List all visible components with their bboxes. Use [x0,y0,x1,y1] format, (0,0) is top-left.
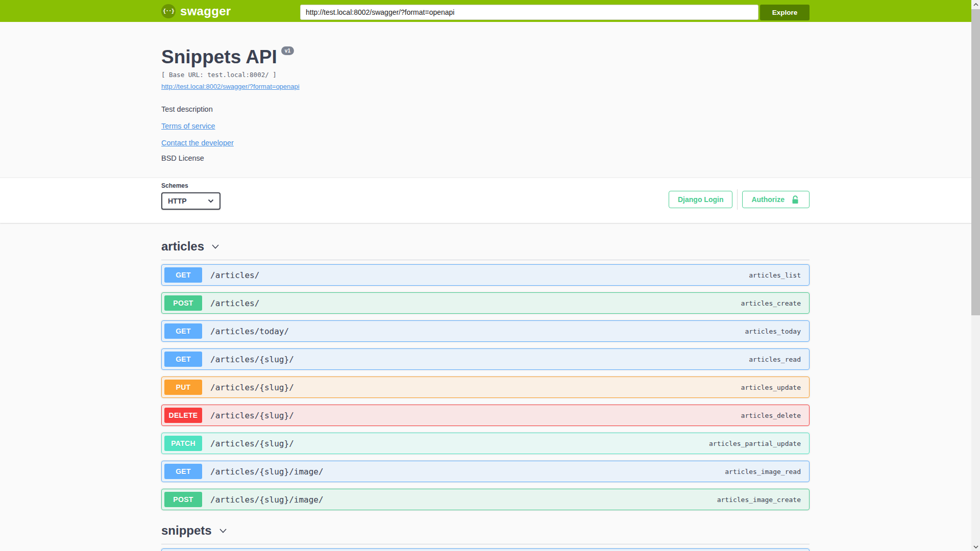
tag-title: articles [161,239,204,254]
operation-id: articles_image_create [717,496,801,504]
operation-path: /articles/{slug}/ [210,383,741,392]
schemes-label: Schemes [161,182,220,189]
spec-url-input[interactable] [300,5,758,20]
base-url-text: [ Base URL: test.local:8002/ ] [161,71,810,79]
tag-header-snippets[interactable]: snippets [161,522,810,539]
explore-button[interactable]: Explore [760,5,810,20]
scrollbar-up-icon [973,3,978,6]
unlock-icon [790,194,800,205]
operation-row[interactable]: GET/articles/articles_list [161,264,810,286]
method-badge: PATCH [164,436,202,451]
tag-title: snippets [161,523,212,538]
api-tag-section: articlesGET/articles/articles_listPOST/a… [161,238,810,510]
django-login-button[interactable]: Django Login [669,191,732,208]
operation-row[interactable]: POST/articles/articles_create [161,292,810,314]
tag-divider [161,544,810,544]
operation-row[interactable]: DELETE/articles/{slug}/articles_delete [161,405,810,426]
operation-path: /articles/{slug}/ [210,411,741,420]
method-badge: GET [164,352,202,367]
operation-path: /articles/{slug}/image/ [210,495,717,505]
operation-path: /articles/ [210,298,741,308]
operation-path: /articles/{slug}/ [210,439,709,448]
operations-sections: articlesGET/articles/articles_listPOST/a… [161,238,810,551]
scrollbar-thumb[interactable] [971,9,980,315]
authorize-label: Authorize [751,195,785,204]
version-badge: v1 [281,46,294,55]
operation-row[interactable]: POST/articles/{slug}/image/articles_imag… [161,489,810,510]
scrollbar-down-icon [973,545,978,548]
operation-path: /articles/today/ [210,327,745,336]
vertical-scrollbar[interactable] [971,0,980,551]
operation-row[interactable]: GET/articles/today/articles_today [161,320,810,342]
schemes-group: Schemes HTTP [161,182,220,210]
method-badge: POST [164,295,202,311]
operation-path: /articles/ [210,270,749,280]
operation-id: articles_partial_update [709,440,801,447]
scheme-selected-value: HTTP [168,197,187,205]
operation-row[interactable]: PATCH/articles/{slug}/articles_partial_u… [161,433,810,454]
auth-area: Django Login Authorize [669,189,810,210]
operation-id: articles_list [749,271,801,279]
api-title: Snippets API [161,47,277,67]
operation-row[interactable]: GET/snippets/snippets_list [161,548,810,551]
tag-header-articles[interactable]: articles [161,238,810,255]
method-badge: GET [164,464,202,479]
operation-id: articles_image_read [725,468,801,475]
chevron-down-icon [210,241,220,252]
django-login-label: Django Login [678,195,723,204]
title-row: Snippets API v1 [161,47,810,67]
api-description: Test description [161,105,810,113]
operation-row[interactable]: GET/articles/{slug}/image/articles_image… [161,461,810,482]
scrollbar-down-button[interactable] [971,542,980,551]
tag-divider [161,260,810,260]
operation-id: articles_create [741,299,801,307]
method-badge: DELETE [164,408,202,423]
operations-area: articlesGET/articles/articles_listPOST/a… [0,223,980,551]
scheme-select[interactable]: HTTP [161,192,220,210]
topbar: {··} swagger Explore [0,0,980,22]
chevron-down-icon [208,199,214,203]
authorize-button[interactable]: Authorize [742,191,810,208]
method-badge: PUT [164,380,202,395]
scheme-section: Schemes HTTP Django Login Authorize [0,178,980,223]
method-badge: GET [164,267,202,283]
operation-id: articles_delete [741,412,801,419]
operation-id: articles_read [749,356,801,363]
operation-id: articles_update [741,384,801,391]
swagger-logo[interactable]: {··} swagger [161,0,231,22]
auth-divider [737,189,738,210]
method-badge: GET [164,323,202,339]
chevron-down-icon [218,525,228,536]
operation-path: /articles/{slug}/image/ [210,467,725,477]
operation-path: /articles/{slug}/ [210,355,749,364]
terms-of-service-link[interactable]: Terms of service [161,122,215,130]
license-text: BSD License [161,154,810,162]
spec-link[interactable]: http://test.local:8002/swagger/?format=o… [161,83,300,90]
operation-row[interactable]: GET/articles/{slug}/articles_read [161,348,810,370]
swagger-logo-text: swagger [180,4,231,18]
info-section: Snippets API v1 [ Base URL: test.local:8… [0,22,980,178]
swagger-logo-icon: {··} [161,4,176,18]
operation-id: articles_today [745,328,801,335]
method-badge: POST [164,492,202,507]
contact-developer-link[interactable]: Contact the developer [161,139,234,147]
swagger-ui-page: {··} swagger Explore Snippets API v1 [ B… [0,0,980,551]
operation-row[interactable]: PUT/articles/{slug}/articles_update [161,377,810,398]
scrollbar-up-button[interactable] [971,0,980,9]
api-tag-section: snippetsGET/snippets/snippets_list [161,522,810,551]
